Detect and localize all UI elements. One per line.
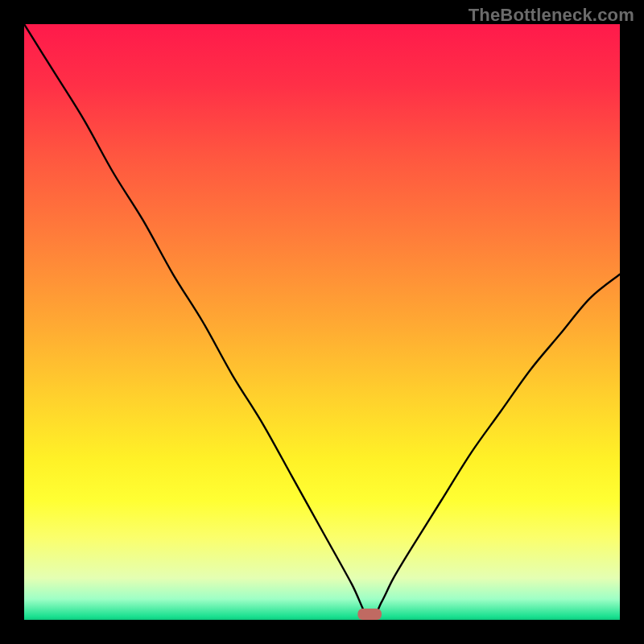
plot-area bbox=[24, 24, 620, 620]
watermark-text: TheBottleneck.com bbox=[469, 5, 634, 26]
chart-frame: TheBottleneck.com bbox=[0, 0, 644, 644]
optimal-marker bbox=[357, 609, 382, 620]
bottleneck-chart bbox=[24, 24, 620, 620]
